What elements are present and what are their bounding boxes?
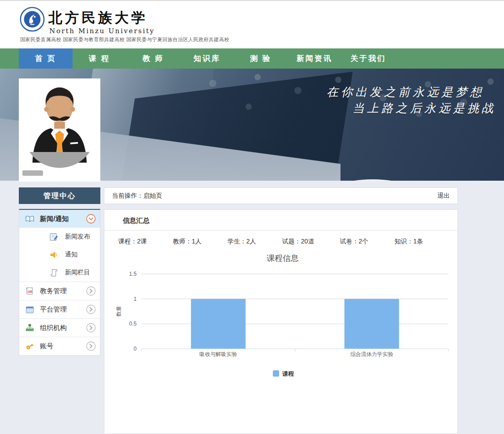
sidebar-item-label: 新闻栏目 [65,269,90,277]
banner-slogan-line2: 当上路之后永远是挑战 [327,100,496,116]
chart-plot-area: 00.511.5吸收与解吸实验综合流体力学实验 [129,271,448,357]
sidebar-item-label: 组织机构 [40,324,67,332]
stat-questions: 试题：20道 [282,238,338,246]
banner-slogan: 在你出发之前永远是梦想 当上路之后永远是挑战 [327,84,496,116]
sidebar-item-news-notice[interactable]: 新闻/通知 [19,210,100,228]
sidebar-item-label: 账号 [40,342,53,351]
legend-label: 课程 [282,370,294,377]
bar-综合流体力学实验[interactable] [345,299,399,349]
chart-ylabel: 数量 [116,306,122,317]
avatar-watermark [22,170,43,176]
banner-raindrops [193,69,197,73]
site-header: 北方民族大学 North Minzu University 国家民委直属高校 国… [0,0,504,48]
banner-cup-rim [342,179,404,181]
svg-text:0: 0 [134,346,137,352]
university-name-cn: 北方民族大学 [48,9,148,27]
chart-title: 课程信息 [267,254,299,263]
current-operation: 当前操作：启始页 [112,192,162,200]
sidebar-item-label: 教务管理 [40,287,67,295]
chevron-right-icon [86,304,96,314]
svg-text:100: 100 [27,290,32,293]
nav-item-knowledge-base[interactable]: 知识库 [180,48,234,69]
sidebar-title: 管理中心 [19,187,100,204]
key-icon [26,342,34,351]
category-label: 吸收与解吸实验 [199,351,237,357]
nav-item-home[interactable]: 首 页 [19,48,73,69]
open-book-icon [26,215,34,223]
main-nav: 首 页 课 程 教 师 知识库 测 验 新闻资讯 关于我们 [0,48,504,69]
avatar-card [19,78,100,182]
stat-knowledge: 知识：1条 [394,238,447,246]
scroll-icon [50,269,58,277]
operation-toolbar: 当前操作：启始页 退出 [104,187,458,204]
sidebar-item-account[interactable]: 账号 [19,337,100,355]
course-chart: 课程信息 数量 00.511.5吸收与解吸实验综合流体力学实验 课程 [104,250,458,403]
bar-吸收与解吸实验[interactable] [191,299,246,349]
nav-item-tests[interactable]: 测 验 [234,48,288,69]
university-tagline: 国家民委直属高校 国家民委与教育部共建高校 国家民委与宁夏回族自治区人民政府共建… [20,36,229,43]
summary-stats: 课程：2课 教师：1人 学生：2人 试题：20道 试卷：2个 知识：1条 [104,230,457,246]
sidebar-item-label: 平台管理 [40,305,67,314]
logout-button[interactable]: 退出 [437,192,450,200]
nav-item-courses[interactable]: 课 程 [73,48,126,69]
university-name-en: North Minzu University [49,27,155,35]
summary-panel: 信息汇总 课程：2课 教师：1人 学生：2人 试题：20道 试卷：2个 知识：1… [104,209,458,434]
nav-item-teachers[interactable]: 教 师 [126,48,180,69]
stat-students: 学生：2人 [228,238,280,246]
avatar [26,81,94,176]
banner-slogan-line1: 在你出发之前永远是梦想 [327,84,496,100]
speaker-icon [50,251,58,259]
page: 北方民族大学 North Minzu University 国家民委直属高校 国… [0,0,504,434]
svg-text:1: 1 [134,296,137,302]
stat-courses: 课程：2课 [118,238,171,246]
chevron-right-icon [86,286,96,296]
stat-papers: 试卷：2个 [340,238,393,246]
calendar-grid-icon [26,305,34,314]
svg-text:1.5: 1.5 [129,271,137,277]
nav-item-news[interactable]: 新闻资讯 [288,48,341,69]
news-publish-icon [50,233,58,241]
chevron-right-icon [86,341,96,351]
nav-item-about[interactable]: 关于我们 [341,48,395,69]
legend-item-courses[interactable]: 课程 [273,370,294,377]
sidebar-item-academic-management[interactable]: 100 教务管理 [19,282,100,300]
org-chart-icon [26,324,34,332]
sidebar-item-notice[interactable]: 通知 [19,246,100,264]
university-logo [20,7,45,32]
chevron-down-icon [86,214,96,224]
sidebar-item-news-column[interactable]: 新闻栏目 [19,264,100,282]
sidebar-item-label: 新闻/通知 [40,215,69,223]
admin-sidebar: 新闻/通知 新闻发布 通知 新闻栏目 100 [19,209,100,356]
sidebar-item-news-publish[interactable]: 新闻发布 [19,228,100,246]
svg-text:0.5: 0.5 [129,321,137,327]
sidebar-item-label: 新闻发布 [65,233,90,241]
sidebar-item-organization[interactable]: 组织机构 [19,318,100,337]
legend-swatch [273,370,279,377]
stat-teachers: 教师：1人 [173,238,226,246]
chevron-right-icon [86,323,96,333]
sidebar-item-label: 通知 [65,251,78,259]
category-label: 综合流体力学实验 [350,351,393,357]
sidebar-item-platform-management[interactable]: 平台管理 [19,300,100,318]
summary-title: 信息汇总 [104,210,457,230]
grade-book-icon: 100 [26,287,34,295]
